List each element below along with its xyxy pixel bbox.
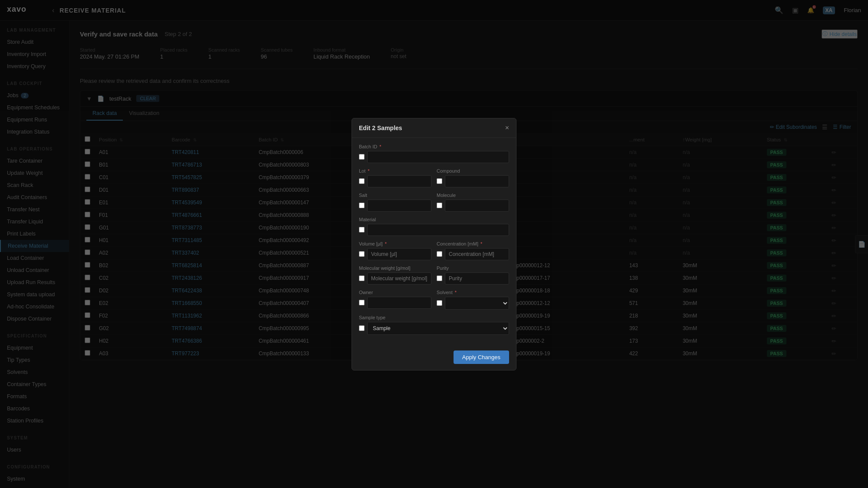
- volume-input-row: [359, 248, 431, 260]
- molweight-purity-row: Molecular weight [g/mol] Purity: [359, 265, 509, 285]
- molweight-form-field: Molecular weight [g/mol]: [359, 265, 431, 285]
- lot-form-field: Lot *: [359, 168, 431, 187]
- material-label: Material: [359, 217, 509, 222]
- batch-id-checkbox[interactable]: [359, 154, 365, 160]
- edit-samples-modal: Edit 2 Samples × Batch ID *: [352, 118, 516, 370]
- owner-form-field: Owner: [359, 290, 431, 310]
- solvent-required: *: [455, 290, 457, 295]
- purity-checkbox[interactable]: [437, 275, 442, 281]
- volume-form-field: Volume [µl] *: [359, 241, 431, 260]
- sample-type-checkbox[interactable]: [359, 325, 365, 331]
- material-field: Material: [359, 217, 509, 236]
- material-input[interactable]: [367, 224, 509, 236]
- solvent-select[interactable]: [445, 297, 509, 310]
- salt-molecule-row: Salt Molecule: [359, 193, 509, 212]
- batch-id-input-row: [359, 151, 509, 163]
- purity-form-field: Purity: [437, 265, 509, 285]
- concentration-input-row: [437, 248, 509, 260]
- owner-checkbox[interactable]: [359, 300, 365, 305]
- solvent-label: Solvent *: [437, 290, 509, 295]
- lot-input[interactable]: [367, 175, 431, 187]
- purity-input[interactable]: [445, 272, 509, 285]
- owner-solvent-row: Owner Solvent *: [359, 290, 509, 310]
- molecule-checkbox[interactable]: [437, 203, 442, 208]
- modal-overlay[interactable]: Edit 2 Samples × Batch ID *: [0, 0, 868, 488]
- modal-header: Edit 2 Samples ×: [352, 118, 516, 138]
- volume-required: *: [385, 241, 387, 246]
- batch-id-form-field: Batch ID *: [359, 144, 509, 163]
- molecule-input-row: [437, 200, 509, 212]
- molecule-input[interactable]: [445, 200, 509, 212]
- concentration-form-field: Concentration [mM] *: [437, 241, 509, 260]
- solvent-input-row: [437, 297, 509, 310]
- purity-label: Purity: [437, 265, 509, 271]
- owner-input-row: [359, 297, 431, 309]
- batch-id-input[interactable]: [367, 151, 509, 163]
- solvent-checkbox[interactable]: [437, 300, 442, 306]
- molweight-input[interactable]: [367, 272, 431, 285]
- salt-input[interactable]: [367, 200, 431, 212]
- molecule-label: Molecule: [437, 193, 509, 198]
- modal-title: Edit 2 Samples: [359, 124, 402, 131]
- compound-form-field: Compound: [437, 168, 509, 187]
- molweight-checkbox[interactable]: [359, 275, 365, 281]
- salt-input-row: [359, 200, 431, 212]
- compound-label: Compound: [437, 168, 509, 174]
- lot-checkbox[interactable]: [359, 178, 365, 184]
- volume-checkbox[interactable]: [359, 251, 365, 257]
- purity-input-row: [437, 272, 509, 285]
- molweight-input-row: [359, 272, 431, 285]
- modal-footer: Apply Changes: [352, 346, 516, 370]
- material-form-field: Material: [359, 217, 509, 236]
- material-checkbox[interactable]: [359, 227, 365, 233]
- owner-input[interactable]: [367, 297, 431, 309]
- volume-input[interactable]: [367, 248, 431, 260]
- molecule-form-field: Molecule: [437, 193, 509, 212]
- compound-input[interactable]: [445, 175, 509, 187]
- sample-type-form-field: Sample type Sample: [359, 315, 509, 335]
- sample-type-input-row: Sample: [359, 322, 509, 335]
- batch-id-field: Batch ID *: [359, 144, 509, 163]
- concentration-input[interactable]: [445, 248, 509, 260]
- sample-type-field: Sample type Sample: [359, 315, 509, 335]
- lot-required: *: [368, 168, 369, 174]
- molweight-label: Molecular weight [g/mol]: [359, 265, 431, 271]
- compound-checkbox[interactable]: [437, 178, 442, 184]
- modal-close-button[interactable]: ×: [505, 124, 509, 131]
- concentration-required: *: [480, 241, 482, 246]
- owner-label: Owner: [359, 290, 431, 295]
- modal-body: Batch ID * Lot *: [352, 138, 516, 346]
- concentration-checkbox[interactable]: [437, 251, 442, 257]
- concentration-label: Concentration [mM] *: [437, 241, 509, 246]
- lot-label: Lot *: [359, 168, 431, 174]
- sample-type-select[interactable]: Sample: [367, 322, 509, 335]
- lot-compound-row: Lot * Compound: [359, 168, 509, 187]
- salt-label: Salt: [359, 193, 431, 198]
- salt-checkbox[interactable]: [359, 203, 365, 208]
- sample-type-label: Sample type: [359, 315, 509, 320]
- batch-id-required: *: [379, 144, 381, 149]
- batch-id-label: Batch ID *: [359, 144, 509, 149]
- lot-input-row: [359, 175, 431, 187]
- salt-form-field: Salt: [359, 193, 431, 212]
- volume-label: Volume [µl] *: [359, 241, 431, 246]
- volume-concentration-row: Volume [µl] * Concentration [mM] *: [359, 241, 509, 260]
- apply-changes-button[interactable]: Apply Changes: [454, 350, 509, 364]
- solvent-form-field: Solvent *: [437, 290, 509, 310]
- material-input-row: [359, 224, 509, 236]
- compound-input-row: [437, 175, 509, 187]
